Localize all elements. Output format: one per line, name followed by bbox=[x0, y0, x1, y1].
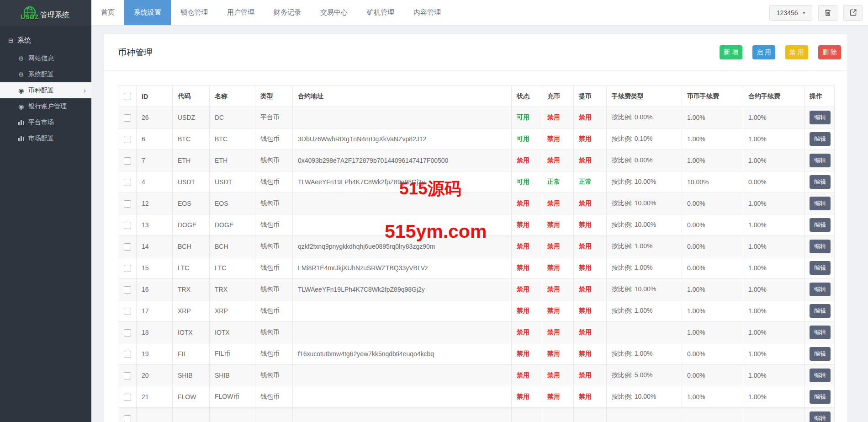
cell-check bbox=[118, 171, 137, 193]
disable-button[interactable]: 禁 用 bbox=[785, 45, 808, 59]
deposit-badge: 禁用 bbox=[547, 328, 560, 336]
cell-code: XRP bbox=[173, 300, 210, 322]
cell-coin_fee: 10.00% bbox=[682, 171, 743, 193]
cell-fee_type: 按比例: 10.00% bbox=[607, 386, 682, 408]
deposit-badge: 禁用 bbox=[547, 393, 560, 400]
withdraw-badge: 禁用 bbox=[579, 285, 592, 293]
cell-contract: 0x4093b298e7A2F172879b70144096147417F005… bbox=[293, 150, 512, 171]
sidebar-item-system-config[interactable]: ⚙系统配置 bbox=[0, 66, 91, 82]
cell-action: 编辑 bbox=[804, 365, 835, 386]
cell-code: LTC bbox=[173, 257, 210, 279]
cell-fee_type: 按比例: 0.10% bbox=[607, 128, 682, 150]
nav-item-user-management[interactable]: 用户管理 bbox=[217, 0, 264, 25]
cell-contract: qzkf2fxnq9pnygkkdhqhj6ue0895rq0lry83zgz9… bbox=[293, 236, 512, 257]
cell-fee_type: 按比例: 10.00% bbox=[607, 214, 682, 236]
edit-button[interactable]: 编辑 bbox=[810, 154, 831, 167]
cell-contract bbox=[293, 408, 512, 422]
row-checkbox[interactable] bbox=[124, 329, 131, 337]
row-checkbox[interactable] bbox=[124, 179, 131, 186]
table-row: 20SHIBSHIB钱包币禁用禁用禁用按比例: 5.00%0.00%1.00%编… bbox=[118, 365, 835, 386]
edit-button[interactable]: 编辑 bbox=[810, 175, 831, 189]
row-checkbox[interactable] bbox=[124, 114, 131, 122]
edit-button[interactable]: 编辑 bbox=[810, 261, 831, 275]
cell-code: FLOW bbox=[173, 386, 210, 408]
deposit-badge: 禁用 bbox=[547, 113, 560, 121]
cell-contract_fee: 1.00% bbox=[743, 257, 804, 279]
cell-coin_fee: 0.00% bbox=[682, 343, 743, 365]
row-checkbox[interactable] bbox=[124, 286, 131, 294]
edit-button[interactable]: 编辑 bbox=[810, 411, 831, 422]
nav-item-miner-management[interactable]: 矿机管理 bbox=[357, 0, 404, 25]
table-row: 17XRPXRP钱包币禁用禁用禁用按比例: 1.00%1.00%1.00%编辑 bbox=[118, 300, 835, 322]
row-checkbox[interactable] bbox=[124, 415, 131, 422]
sidebar-item-bank-account-management[interactable]: ◉银行账户管理 bbox=[0, 98, 91, 114]
add-button[interactable]: 新 增 bbox=[720, 45, 742, 59]
cell-coin_fee: 0.00% bbox=[682, 257, 743, 279]
cell-deposit: 禁用 bbox=[542, 365, 574, 386]
nav-item-home[interactable]: 首页 bbox=[91, 0, 124, 25]
row-checkbox[interactable] bbox=[124, 308, 131, 315]
status-badge: 可用 bbox=[517, 178, 529, 185]
nav-item-lockup-management[interactable]: 锁仓管理 bbox=[171, 0, 217, 25]
edit-button[interactable]: 编辑 bbox=[810, 111, 831, 124]
edit-button[interactable]: 编辑 bbox=[810, 240, 831, 253]
nav-item-finance-records[interactable]: 财务记录 bbox=[264, 0, 311, 25]
status-badge: 禁用 bbox=[517, 371, 529, 379]
row-checkbox[interactable] bbox=[124, 265, 131, 272]
row-checkbox[interactable] bbox=[124, 394, 131, 401]
nav-item-trade-center[interactable]: 交易中心 bbox=[311, 0, 357, 25]
cell-action: 编辑 bbox=[804, 322, 835, 343]
sidebar-item-coin-config[interactable]: ◉币种配置› bbox=[0, 82, 91, 98]
edit-button[interactable]: 编辑 bbox=[810, 132, 831, 146]
trash-button[interactable] bbox=[818, 5, 837, 21]
bar-chart-icon bbox=[17, 119, 25, 125]
cell-type: 平台币 bbox=[255, 107, 293, 128]
cell-name: ETH bbox=[210, 150, 255, 171]
enable-button[interactable]: 启 用 bbox=[752, 45, 775, 59]
edit-button[interactable]: 编辑 bbox=[810, 304, 831, 318]
row-checkbox[interactable] bbox=[124, 200, 131, 208]
logout-button[interactable] bbox=[843, 5, 863, 21]
nav-item-content-management[interactable]: 内容管理 bbox=[404, 0, 450, 25]
row-checkbox[interactable] bbox=[124, 136, 131, 143]
sidebar-item-market-config[interactable]: 市场配置 bbox=[0, 130, 91, 146]
withdraw-badge: 禁用 bbox=[579, 264, 592, 271]
cell-check bbox=[118, 236, 137, 257]
user-menu-button[interactable]: 123456 ▾ bbox=[769, 5, 812, 21]
sidebar-item-platform-market[interactable]: 平台市场 bbox=[0, 114, 91, 130]
col-type: 类型 bbox=[255, 86, 293, 107]
topbar: USDZ 管理系统 首页系统设置锁仓管理用户管理财务记录交易中心矿机管理内容管理… bbox=[0, 0, 868, 26]
edit-button[interactable]: 编辑 bbox=[810, 326, 831, 339]
delete-button[interactable]: 删 除 bbox=[818, 45, 841, 59]
app-logo[interactable]: USDZ 管理系统 bbox=[0, 0, 91, 26]
cell-deposit: 禁用 bbox=[542, 193, 574, 214]
row-checkbox[interactable] bbox=[124, 372, 131, 379]
cell-contract bbox=[293, 365, 512, 386]
row-checkbox[interactable] bbox=[124, 222, 131, 229]
cell-id: 20 bbox=[137, 365, 173, 386]
edit-button[interactable]: 编辑 bbox=[810, 347, 831, 361]
edit-button[interactable]: 编辑 bbox=[810, 197, 831, 210]
sidebar-item-site-info[interactable]: ⚙网站信息 bbox=[0, 50, 91, 66]
cell-contract_fee: 0.00% bbox=[743, 171, 804, 193]
cell-id: 4 bbox=[137, 171, 173, 193]
select-all-checkbox[interactable] bbox=[124, 93, 131, 100]
edit-button[interactable]: 编辑 bbox=[810, 390, 831, 404]
withdraw-badge: 禁用 bbox=[579, 113, 592, 121]
cell-id: 21 bbox=[137, 386, 173, 408]
edit-button[interactable]: 编辑 bbox=[810, 218, 831, 232]
cell-withdraw bbox=[574, 408, 607, 422]
cell-code: IOTX bbox=[173, 322, 210, 343]
row-checkbox[interactable] bbox=[124, 351, 131, 358]
edit-button[interactable]: 编辑 bbox=[810, 283, 831, 296]
sidebar-group-system[interactable]: ⊟ 系统 bbox=[0, 26, 91, 50]
row-checkbox[interactable] bbox=[124, 243, 131, 251]
edit-button[interactable]: 编辑 bbox=[810, 369, 831, 382]
cell-deposit: 禁用 bbox=[542, 343, 574, 365]
nav-item-system-settings[interactable]: 系统设置 bbox=[124, 0, 171, 25]
coin-table: ID代码名称类型合约地址状态充币提币手续费类型币币手续费合约手续费操作 26US… bbox=[118, 85, 835, 422]
cell-contract: LMi8R1E4mrJkjXUhNzuSRWZTBQ33yVBLVz bbox=[293, 257, 512, 279]
cell-contract_fee: 1.00% bbox=[743, 193, 804, 214]
row-checkbox[interactable] bbox=[124, 157, 131, 165]
cell-status: 禁用 bbox=[512, 150, 542, 171]
